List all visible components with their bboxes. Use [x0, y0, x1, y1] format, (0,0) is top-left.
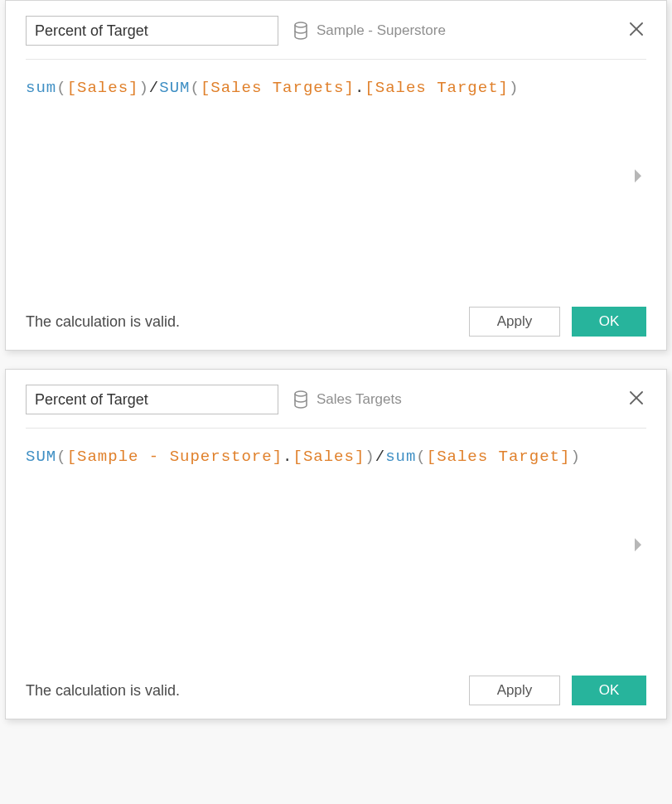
chevron-right-icon	[633, 171, 643, 189]
database-icon	[293, 22, 308, 40]
formula-token: [Sales Targets]	[201, 79, 355, 97]
formula-token: sum	[26, 79, 56, 97]
formula-token: [Sales Target]	[427, 448, 571, 466]
formula-token: sum	[385, 448, 416, 466]
calculation-editor-dialog: Sample - Superstore sum([Sales])/SUM([Sa…	[5, 0, 667, 351]
dialog-footer: The calculation is valid.ApplyOK	[26, 300, 646, 337]
formula-token: SUM	[26, 448, 56, 466]
formula-token: (	[190, 79, 200, 97]
apply-button[interactable]: Apply	[469, 307, 560, 337]
close-icon	[628, 390, 645, 406]
dialog-header: Sales Targets	[26, 385, 646, 429]
calculation-editor-dialog: Sales Targets SUM([Sample - Superstore].…	[5, 369, 667, 719]
formula-token: [Sales]	[67, 79, 139, 97]
button-group: ApplyOK	[469, 307, 646, 337]
dialog-header: Sample - Superstore	[26, 16, 646, 60]
formula-editor[interactable]: SUM([Sample - Superstore].[Sales])/sum([…	[26, 429, 646, 669]
formula-token: /	[375, 448, 385, 466]
formula-token: (	[56, 79, 66, 97]
datasource-selector[interactable]: Sales Targets	[293, 390, 402, 409]
datasource-label: Sample - Superstore	[317, 22, 446, 39]
formula-token: [Sales Target]	[365, 79, 509, 97]
formula-token: )	[509, 79, 519, 97]
formula-token: [Sample - Superstore]	[67, 448, 283, 466]
validation-status: The calculation is valid.	[26, 313, 180, 331]
formula-token: [Sales]	[292, 448, 365, 466]
formula-token: .	[283, 448, 292, 466]
ok-button[interactable]: OK	[572, 676, 646, 705]
close-button[interactable]	[625, 386, 648, 409]
formula-token: )	[365, 448, 375, 466]
datasource-selector[interactable]: Sample - Superstore	[293, 22, 446, 40]
expand-sidebar-button[interactable]	[631, 162, 645, 197]
formula-token: SUM	[159, 79, 190, 97]
calculation-name-input[interactable]	[26, 385, 278, 414]
apply-button[interactable]: Apply	[469, 676, 560, 705]
formula-token: (	[56, 448, 66, 466]
dialog-footer: The calculation is valid.ApplyOK	[26, 669, 646, 705]
formula-token: .	[355, 79, 365, 97]
database-icon	[293, 390, 308, 409]
formula-editor[interactable]: sum([Sales])/SUM([Sales Targets].[Sales …	[26, 60, 646, 300]
svg-point-0	[295, 22, 307, 27]
formula-token: (	[416, 448, 426, 466]
expand-sidebar-button[interactable]	[631, 531, 645, 566]
datasource-label: Sales Targets	[317, 391, 402, 408]
formula-token: /	[149, 79, 159, 97]
calculation-name-input[interactable]	[26, 16, 278, 46]
svg-marker-7	[635, 538, 641, 551]
chevron-right-icon	[633, 540, 643, 558]
ok-button[interactable]: OK	[572, 307, 646, 337]
close-icon	[628, 21, 645, 37]
svg-point-4	[295, 391, 307, 396]
svg-marker-3	[635, 169, 641, 182]
validation-status: The calculation is valid.	[26, 682, 180, 700]
button-group: ApplyOK	[469, 676, 646, 705]
formula-token: )	[570, 448, 580, 466]
close-button[interactable]	[625, 17, 648, 41]
formula-token: )	[138, 79, 148, 97]
